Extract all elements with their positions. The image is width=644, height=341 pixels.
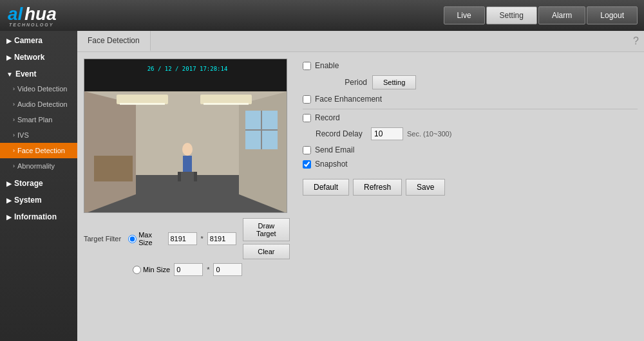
divider-1 xyxy=(303,109,638,109)
svg-rect-9 xyxy=(117,95,168,104)
send-email-row: Send Email xyxy=(303,145,638,154)
smart-plan-arrow-icon: › xyxy=(13,116,15,123)
svg-rect-4 xyxy=(84,59,287,91)
snapshot-label: Snapshot xyxy=(315,160,348,169)
svg-text:26 / 12 / 2017  17:28:14: 26 / 12 / 2017 17:28:14 xyxy=(147,66,228,72)
main-layout: ▶ Camera ▶ Network ▼ Event › Video Detec… xyxy=(0,31,644,341)
min-size-separator: * xyxy=(207,266,209,273)
sidebar-section-storage-label: Storage xyxy=(14,179,43,188)
action-buttons: Default Refresh Save xyxy=(303,179,638,196)
svg-point-17 xyxy=(182,143,193,156)
sidebar-section-information[interactable]: ▶ Information xyxy=(0,207,77,224)
sidebar-section-event[interactable]: ▼ Event xyxy=(0,64,77,81)
min-size-radio-option[interactable]: Min Size xyxy=(133,266,170,274)
sidebar-section-information-label: Information xyxy=(14,212,57,221)
send-email-label: Send Email xyxy=(315,145,354,154)
camera-arrow-icon: ▶ xyxy=(6,37,12,44)
sidebar-section-storage[interactable]: ▶ Storage xyxy=(0,174,77,190)
content: Face Detection ? xyxy=(77,31,644,341)
min-size-height-input[interactable]: 0 xyxy=(213,263,242,276)
record-delay-input[interactable]: 10 xyxy=(371,127,403,140)
tab-face-detection[interactable]: Face Detection xyxy=(77,31,151,51)
header-nav: Live Setting Alarm Logout xyxy=(444,6,638,24)
storage-arrow-icon: ▶ xyxy=(6,180,12,187)
send-email-checkbox[interactable] xyxy=(303,146,311,154)
event-arrow-icon: ▼ xyxy=(6,71,13,78)
default-button[interactable]: Default xyxy=(303,179,349,196)
help-icon[interactable]: ? xyxy=(633,35,639,47)
snapshot-row: Snapshot xyxy=(303,160,638,169)
video-feed: 26 / 12 / 2017 17:28:14 xyxy=(84,59,287,213)
face-detection-content: 26 / 12 / 2017 17:28:14 Target Filter Ma… xyxy=(77,52,644,282)
max-size-separator: * xyxy=(201,235,204,243)
abnormality-arrow-icon: › xyxy=(13,163,15,169)
sidebar-item-audio-detection-label: Audio Detection xyxy=(17,100,68,108)
system-arrow-icon: ▶ xyxy=(6,197,12,204)
max-size-height-input[interactable]: 8191 xyxy=(207,232,236,245)
record-delay-row: Record Delay 10 Sec. (10~300) xyxy=(316,127,638,140)
sidebar-item-audio-detection[interactable]: › Audio Detection xyxy=(0,97,77,112)
sidebar-section-network-label: Network xyxy=(14,53,44,62)
snapshot-checkbox[interactable] xyxy=(303,160,311,169)
sidebar-section-network[interactable]: ▶ Network xyxy=(0,48,77,64)
settings-panel: Enable Period Setting Face Enhancement R… xyxy=(303,59,638,276)
face-enhancement-label: Face Enhancement xyxy=(315,95,382,104)
sidebar-section-system[interactable]: ▶ System xyxy=(0,190,77,207)
logo: al hua TECHNOLOGY xyxy=(6,1,71,31)
nav-setting-button[interactable]: Setting xyxy=(486,6,537,24)
svg-marker-8 xyxy=(239,91,287,213)
sidebar-section-event-label: Event xyxy=(15,69,37,78)
sidebar-item-smart-plan-label: Smart Plan xyxy=(17,116,52,124)
min-size-radio[interactable] xyxy=(133,266,141,274)
sidebar-section-camera[interactable]: ▶ Camera xyxy=(0,31,77,48)
save-button[interactable]: Save xyxy=(406,179,445,196)
svg-rect-10 xyxy=(120,103,165,105)
nav-logout-button[interactable]: Logout xyxy=(587,6,638,24)
refresh-button[interactable]: Refresh xyxy=(353,179,402,196)
target-filter: Target Filter Max Size 8191 * 8191 Draw … xyxy=(84,218,290,276)
period-setting-button[interactable]: Setting xyxy=(372,75,416,89)
max-size-width-input[interactable]: 8191 xyxy=(168,232,197,245)
sidebar-item-abnormality-label: Abnormality xyxy=(17,162,55,170)
face-enhancement-checkbox[interactable] xyxy=(303,95,311,104)
clear-button[interactable]: Clear xyxy=(243,244,290,259)
period-label: Period xyxy=(303,78,367,87)
sidebar-item-video-detection[interactable]: › Video Detection xyxy=(0,81,77,97)
sidebar-item-smart-plan[interactable]: › Smart Plan xyxy=(0,112,77,127)
svg-text:al: al xyxy=(8,4,24,24)
sidebar-item-face-detection[interactable]: › Face Detection xyxy=(0,143,77,158)
nav-alarm-button[interactable]: Alarm xyxy=(538,6,585,24)
enable-label: Enable xyxy=(315,61,339,70)
enable-checkbox[interactable] xyxy=(303,62,311,70)
svg-rect-11 xyxy=(200,95,252,104)
sidebar-section-camera-label: Camera xyxy=(14,36,43,45)
information-arrow-icon: ▶ xyxy=(6,214,12,221)
max-size-radio[interactable] xyxy=(128,235,137,243)
header: al hua TECHNOLOGY Live Setting Alarm Log… xyxy=(0,0,644,31)
face-enhancement-row: Face Enhancement xyxy=(303,95,638,104)
sidebar-item-ivs-label: IVS xyxy=(17,131,29,139)
svg-rect-18 xyxy=(183,156,192,172)
sidebar-item-video-detection-label: Video Detection xyxy=(17,85,67,93)
sidebar-item-ivs[interactable]: › IVS xyxy=(0,127,77,143)
sidebar-item-abnormality[interactable]: › Abnormality xyxy=(0,158,77,174)
draw-target-button[interactable]: Draw Target xyxy=(243,218,290,241)
nav-live-button[interactable]: Live xyxy=(444,6,485,24)
record-checkbox[interactable] xyxy=(303,114,311,122)
min-size-width-input[interactable]: 0 xyxy=(174,263,203,276)
max-size-radio-option[interactable]: Max Size xyxy=(128,231,164,246)
video-panel: 26 / 12 / 2017 17:28:14 Target Filter Ma… xyxy=(84,59,290,276)
audio-detection-arrow-icon: › xyxy=(13,101,15,107)
svg-rect-12 xyxy=(204,103,249,105)
sidebar: ▶ Camera ▶ Network ▼ Event › Video Detec… xyxy=(0,31,77,341)
svg-rect-21 xyxy=(194,172,197,181)
logo-text: al hua TECHNOLOGY xyxy=(6,1,71,31)
min-size-label: Min Size xyxy=(143,266,170,273)
record-delay-hint: Sec. (10~300) xyxy=(407,130,451,138)
svg-rect-16 xyxy=(94,156,133,181)
face-detection-arrow-icon: › xyxy=(13,147,15,154)
network-arrow-icon: ▶ xyxy=(6,54,12,61)
sidebar-section-system-label: System xyxy=(14,196,42,205)
filter-row-max: Target Filter Max Size 8191 * 8191 Draw … xyxy=(84,218,290,259)
svg-text:hua: hua xyxy=(24,4,57,24)
